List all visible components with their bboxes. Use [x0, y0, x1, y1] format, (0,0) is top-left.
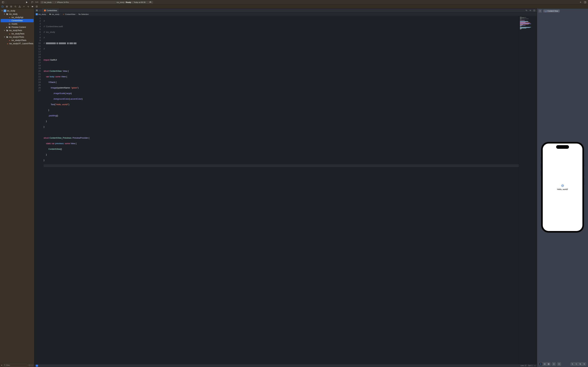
tree-group[interactable]: ▶ Preview Content [0, 25, 34, 29]
filter-field[interactable]: ⌘ Filter [3, 364, 28, 367]
zoom-fit-icon[interactable] [575, 363, 578, 366]
disclosure-icon[interactable]: ▼ [4, 36, 5, 38]
project-navigator-icon[interactable] [1, 5, 4, 8]
tree-group[interactable]: ▼ ios_studyTests [0, 29, 34, 32]
svg-rect-27 [36, 10, 37, 11]
svg-text:1: 1 [580, 364, 580, 364]
symbol-navigator-icon[interactable] [9, 5, 13, 8]
device-screen[interactable]: Hello, world! [543, 143, 582, 231]
jump-seg[interactable]: ContentView [65, 13, 75, 15]
chevron-right-icon: 〉 [52, 1, 54, 3]
test-navigator-icon[interactable] [22, 5, 26, 8]
jump-seg[interactable]: No Selection [78, 13, 89, 15]
source-control-navigator-icon[interactable] [5, 5, 9, 8]
tree-label: Assets [11, 23, 17, 25]
scheme-selector[interactable]: ios_study main [31, 1, 39, 4]
assets-icon [8, 23, 11, 25]
breakpoint-navigator-icon[interactable] [31, 5, 34, 8]
activity-pill[interactable]: A ios_study 〉 ▯ iPhone 14 Pro ios_study:… [40, 1, 154, 4]
disclosure-icon[interactable]: ▼ [1, 10, 3, 12]
device-icon: ▯ [55, 1, 56, 3]
tab-label: ContentView [47, 9, 57, 11]
jump-seg[interactable]: ios_study [52, 13, 59, 15]
variants-icon[interactable] [547, 363, 550, 366]
folder-icon [49, 13, 51, 15]
preview-info-icon[interactable] [557, 363, 561, 366]
back-icon[interactable]: ‹ [39, 9, 40, 12]
issue-navigator-icon[interactable] [18, 5, 21, 8]
tree-file[interactable]: ios_studyUIT...LaunchTests [0, 42, 34, 45]
swift-file-icon [44, 10, 46, 11]
zoom-actual-icon[interactable]: 1 [579, 363, 582, 366]
run-button-icon[interactable] [25, 1, 28, 4]
toggle-navigator-icon[interactable] [1, 1, 5, 4]
add-button-icon[interactable] [579, 1, 582, 4]
chevron-right-icon: 〉 [46, 13, 49, 15]
tree-label: ios_study [9, 13, 17, 15]
pin-preview-icon[interactable] [538, 9, 542, 13]
disclosure-icon[interactable]: ▼ [4, 30, 5, 31]
related-items-icon[interactable] [35, 9, 38, 12]
file-tree: ▼ ios_study ▼ ios_study ios_studyApp Con… [0, 8, 34, 363]
cloud-icon[interactable] [149, 1, 152, 4]
tree-root[interactable]: ▼ ios_study [0, 9, 34, 12]
tree-file-selected[interactable]: ContentView [1, 19, 34, 22]
device-settings-icon[interactable] [552, 363, 555, 366]
svg-line-52 [577, 364, 577, 365]
svg-point-14 [10, 7, 11, 7]
window-titlebar: ios_study main A ios_study 〉 ▯ iPhone 14… [0, 0, 588, 5]
folder-icon [6, 29, 9, 32]
code-content[interactable]: // // ContentView.swift // ios_study // … [42, 16, 519, 364]
jump-seg[interactable]: ios_study [38, 13, 46, 15]
folder-icon [6, 13, 9, 15]
tree-label: ContentView [11, 19, 23, 22]
forward-icon[interactable]: › [40, 9, 41, 12]
report-navigator-icon[interactable] [35, 5, 38, 8]
app-badge-icon [36, 13, 38, 15]
debug-navigator-icon[interactable] [26, 5, 30, 8]
disclosure-icon[interactable]: ▶ [6, 26, 8, 28]
preview-selector[interactable]: Content View [543, 9, 560, 12]
tree-label: ios_studyApp [11, 16, 23, 18]
tree-label: Preview Content [11, 26, 26, 28]
adjust-editor-icon[interactable] [529, 9, 532, 11]
debug-bubble-icon[interactable] [36, 365, 38, 367]
scm-filter-icon[interactable]: ± [31, 364, 33, 366]
add-file-icon[interactable]: + [1, 364, 2, 367]
dynamic-island [556, 145, 569, 149]
disclosure-icon[interactable]: ▼ [4, 13, 5, 15]
folder-icon [6, 36, 9, 38]
tree-file[interactable]: ios_studyUITests [0, 39, 34, 42]
hello-text: Hello, world! [557, 188, 568, 191]
svg-line-50 [573, 364, 573, 365]
library-icon[interactable] [583, 1, 587, 4]
tree-file[interactable]: Assets [0, 22, 34, 25]
editor-area: ‹ › ContentView ios_study 〉 ios_study 〉 … [35, 8, 537, 367]
recent-filter-icon[interactable]: ◴ [28, 364, 31, 366]
tree-file[interactable]: ios_studyTests [0, 32, 34, 35]
find-navigator-icon[interactable] [14, 5, 17, 8]
zoom-out-icon[interactable] [571, 363, 574, 366]
compare-icon[interactable] [525, 9, 528, 11]
spinner-icon [545, 10, 547, 12]
code-editor[interactable]: 1234567891011121314151617181920212223242… [35, 16, 519, 364]
zoom-in-icon[interactable] [583, 363, 586, 366]
branch-name: main [35, 1, 39, 3]
selectable-mode-icon[interactable] [543, 363, 546, 366]
tree-group[interactable]: ▼ ios_studyUITests [0, 35, 34, 39]
minimap[interactable] [519, 16, 537, 364]
live-mode-icon[interactable] [539, 363, 542, 366]
jump-bar[interactable]: ios_study 〉 ios_study 〉 ContentView 〉 No… [35, 12, 537, 16]
app-project-icon [4, 9, 6, 12]
tree-group[interactable]: ▼ ios_study [0, 12, 34, 16]
svg-point-2 [32, 1, 32, 2]
filter-chevron-icon: ⌘ [4, 364, 5, 366]
tree-file[interactable]: ios_studyApp [0, 16, 34, 19]
tree-label: ios_study [7, 10, 15, 12]
activity-scheme: ios_study [44, 1, 52, 3]
add-editor-icon[interactable] [533, 9, 536, 11]
inspector-toggle-icon[interactable]: ▭ [534, 365, 536, 367]
project-navigator: ▼ ios_study ▼ ios_study ios_studyApp Con… [0, 8, 35, 367]
tab-contentview[interactable]: ContentView [42, 8, 59, 12]
swift-file-icon [8, 33, 11, 35]
